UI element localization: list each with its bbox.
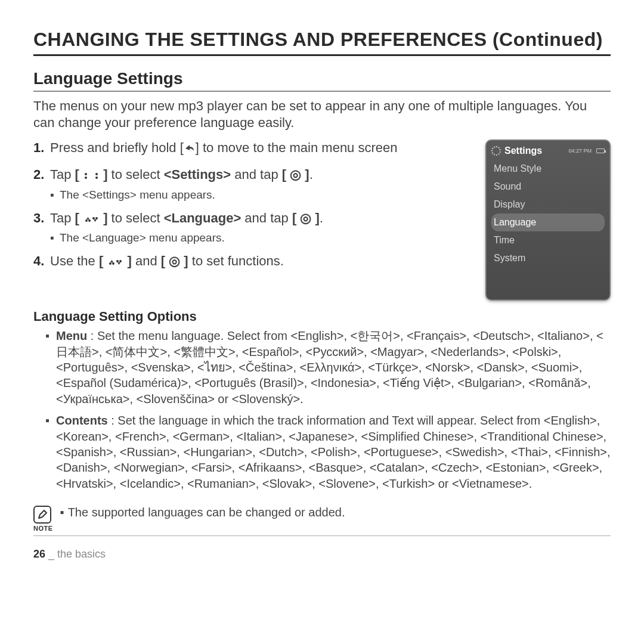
section-title: Language Settings	[33, 69, 611, 92]
step-1-text-a: Press and briefly hold [	[50, 140, 184, 155]
device-item-language: Language	[491, 213, 605, 231]
device-item-sound: Sound	[491, 178, 605, 196]
gear-icon	[491, 146, 501, 156]
bullet-icon: ▪	[50, 231, 56, 244]
step-2-text-b: to select	[108, 167, 164, 182]
svg-point-5	[88, 219, 91, 222]
step-1-text-b: ] to move to the main menu screen	[196, 140, 398, 155]
svg-point-11	[119, 260, 122, 262]
options-title: Language Setting Options	[33, 309, 611, 324]
intro-text: The menus on your new mp3 player can be …	[33, 98, 611, 131]
bullet-icon: ▪	[60, 506, 64, 519]
step-4-num: 4.	[33, 253, 50, 270]
svg-point-4	[85, 219, 88, 222]
option-menu-text: : Set the menu language. Select from <En…	[56, 329, 603, 405]
option-menu: ▪ Menu : Set the menu language. Select f…	[33, 328, 611, 407]
svg-point-2	[95, 173, 98, 175]
device-item-display: Display	[491, 196, 605, 213]
step-3-body: Tap [ ] to select <Language> and tap [ ◎…	[50, 210, 475, 227]
note-text: ▪ The supported languages can be changed…	[60, 506, 345, 519]
device-title: Settings	[504, 145, 542, 156]
device-item-time: Time	[491, 231, 605, 249]
step-2-target: <Settings>	[164, 167, 231, 182]
step-1-num: 1.	[33, 140, 50, 157]
step-2-btn: [ ◎ ]	[282, 167, 309, 182]
footer-sep: _	[45, 548, 57, 560]
step-4-body: Use the [ ] and [ ◎ ] to set functions.	[50, 253, 475, 270]
step-4-bracket-close: ]	[123, 253, 131, 268]
bullet-icon: ▪	[50, 188, 56, 202]
step-4-text-a: Use the	[50, 253, 99, 268]
step-3-sub: ▪ The <Language> menu appears.	[50, 231, 475, 244]
up-down-icon	[83, 215, 100, 224]
step-3-bracket-close: ]	[100, 210, 107, 225]
footer: 26 _ the basics	[33, 548, 611, 561]
option-contents-text: : Set the language in which the track in…	[56, 414, 611, 490]
device-item-system: System	[491, 249, 605, 267]
device-screenshot: Settings 04:27 PM Menu Style Sound Displ…	[485, 140, 611, 301]
battery-icon	[596, 148, 605, 153]
device-header: Settings 04:27 PM	[491, 145, 605, 156]
svg-point-6	[92, 217, 95, 219]
step-3-text-a: Tap	[50, 210, 75, 225]
step-3-text-d: .	[320, 210, 323, 225]
step-3-text-b: to select	[108, 210, 164, 225]
page-number: 26	[33, 548, 45, 560]
svg-point-1	[85, 177, 87, 179]
step-2-text-a: Tap	[50, 167, 75, 182]
step-3-num: 3.	[33, 210, 50, 227]
device-time: 04:27 PM	[568, 148, 592, 154]
pencil-icon	[37, 509, 48, 520]
left-right-icon	[83, 171, 100, 181]
option-menu-lead: Menu	[56, 329, 87, 342]
step-3-sub-text: The <Language> menu appears.	[60, 231, 225, 244]
option-contents-body: Contents : Set the language in which the…	[56, 413, 611, 491]
step-4-text-b: and	[132, 253, 161, 268]
step-2-bracket-close: ]	[100, 167, 107, 182]
up-down-icon	[107, 258, 123, 267]
note-icon	[33, 506, 51, 524]
step-4-btn: [ ◎ ]	[161, 253, 188, 268]
step-2-body: Tap [ ] to select <Settings> and tap [ ◎…	[50, 166, 475, 184]
step-2-text-d: .	[309, 167, 313, 182]
option-contents: ▪ Contents : Set the language in which t…	[33, 413, 611, 491]
main-row: 1. Press and briefly hold [] to move to …	[33, 140, 611, 301]
step-2-num: 2.	[33, 166, 50, 184]
step-4-bracket-open: [	[99, 253, 107, 268]
svg-point-7	[95, 217, 98, 219]
step-4-text-c: to set functions.	[188, 253, 284, 268]
bullet-icon: ▪	[45, 328, 51, 407]
step-2: 2. Tap [ ] to select <Settings> and tap …	[33, 166, 475, 184]
step-2-text-c: and tap	[231, 167, 282, 182]
step-2-sub: ▪ The <Settings> menu appears.	[50, 188, 475, 202]
step-1: 1. Press and briefly hold [] to move to …	[33, 140, 475, 157]
step-2-sub-text: The <Settings> menu appears.	[60, 188, 215, 202]
step-3-btn: [ ◎ ]	[292, 210, 320, 225]
step-3-target: <Language>	[164, 210, 242, 225]
device-item-menu-style: Menu Style	[491, 160, 605, 178]
step-2-bracket-open: [	[75, 167, 83, 182]
page-title: CHANGING THE SETTINGS AND PREFERENCES (C…	[33, 29, 611, 56]
step-3-text-c: and tap	[241, 210, 292, 225]
note-row: NOTE ▪ The supported languages can be ch…	[33, 506, 611, 536]
svg-point-0	[85, 173, 87, 175]
step-4: 4. Use the [ ] and [ ◎ ] to set function…	[33, 253, 475, 270]
step-3-bracket-open: [	[75, 210, 83, 225]
note-text-body: The supported languages can be changed o…	[68, 506, 345, 519]
svg-point-10	[116, 260, 119, 262]
steps-list: 1. Press and briefly hold [] to move to …	[33, 140, 475, 279]
back-icon	[184, 143, 196, 154]
option-menu-body: Menu : Set the menu language. Select fro…	[56, 328, 611, 407]
footer-section: the basics	[57, 548, 106, 560]
note-icon-wrap: NOTE	[33, 506, 53, 532]
bullet-icon: ▪	[45, 413, 51, 491]
svg-point-3	[95, 177, 98, 179]
svg-point-9	[112, 262, 114, 265]
step-1-body: Press and briefly hold [] to move to the…	[50, 140, 475, 157]
step-3: 3. Tap [ ] to select <Language> and tap …	[33, 210, 475, 227]
option-contents-lead: Contents	[56, 414, 108, 427]
svg-point-8	[109, 262, 112, 265]
note-label: NOTE	[33, 525, 53, 532]
